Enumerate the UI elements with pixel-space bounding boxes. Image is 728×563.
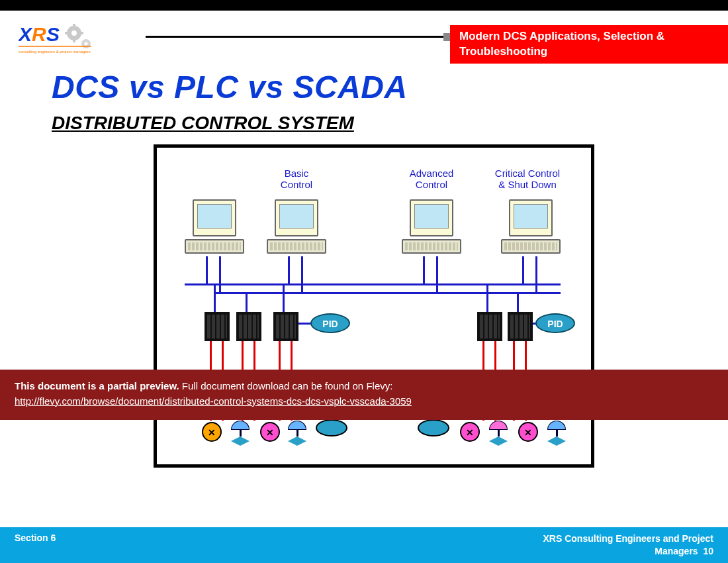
svg-rect-5 [73, 24, 75, 28]
drop-line [535, 256, 537, 292]
svg-text:S: S [46, 23, 60, 45]
footer-page-number: 10 [703, 546, 713, 556]
controller-module-icon [236, 312, 261, 341]
drop-line [486, 283, 488, 312]
svg-text:R: R [32, 23, 46, 45]
diagram-label-basic: BasicControl [267, 168, 326, 191]
footer-org: XRS Consulting Engineers and Project Man… [543, 533, 713, 558]
sensor-icon [260, 422, 280, 442]
top-black-bar [0, 0, 728, 11]
diagram-label-critical: Critical Control& Shut Down [481, 168, 574, 191]
sensor-icon [202, 422, 222, 442]
footer-section-label: Section 6 [15, 533, 56, 543]
footer-org-line1: XRS Consulting Engineers and Project [543, 533, 713, 544]
xrs-logo: X R S consulting engineers & project man… [19, 23, 108, 59]
drop-line [246, 292, 248, 312]
pid-block: PID [535, 313, 575, 333]
preview-banner-rest: Full document download can be found on F… [179, 380, 393, 391]
svg-point-10 [85, 42, 88, 46]
workstation-icon [402, 199, 461, 256]
valve-icon [231, 421, 250, 446]
svg-text:consulting engineers & project: consulting engineers & project managers [19, 50, 91, 54]
valve-icon [288, 421, 306, 446]
controller-module-icon [477, 312, 502, 341]
network-bus-line [185, 283, 561, 285]
controller-module-icon [508, 312, 533, 341]
drop-line [436, 256, 438, 292]
drop-line [214, 283, 216, 312]
valve-icon [489, 421, 508, 446]
slide-subtitle: DISTRIBUTED CONTROL SYSTEM [52, 113, 354, 134]
pid-field-icon [316, 419, 347, 436]
valve-icon [547, 421, 566, 446]
sensor-icon [460, 422, 480, 442]
slide-title: DCS vs PLC vs SCADA [52, 69, 408, 105]
drop-line [522, 256, 524, 283]
drop-line [517, 292, 519, 312]
course-title-text: Modern DCS Applications, Selection & Tro… [459, 30, 664, 58]
preview-banner-bold: This document is a partial preview. [15, 380, 179, 391]
drop-line [288, 256, 290, 283]
svg-point-4 [71, 30, 77, 36]
course-title-banner: Modern DCS Applications, Selection & Tro… [450, 25, 728, 64]
controller-module-icon [273, 312, 298, 341]
diagram-label-advanced: AdvancedControl [402, 168, 461, 191]
pid-field-icon [418, 419, 449, 436]
drop-line [423, 256, 425, 283]
workstation-icon [185, 199, 244, 256]
controller-module-icon [205, 312, 230, 341]
footer-org-line2: Managers [655, 546, 698, 556]
svg-rect-8 [79, 32, 83, 34]
network-bus-line [214, 292, 561, 294]
svg-text:X: X [19, 23, 33, 45]
drop-line [301, 256, 303, 292]
connector-line [298, 323, 312, 325]
workstation-icon [501, 199, 561, 256]
preview-banner-link[interactable]: http://flevy.com/browse/document/distrib… [15, 395, 412, 407]
pid-block: PID [310, 313, 350, 333]
svg-rect-6 [73, 38, 75, 42]
svg-rect-7 [65, 32, 69, 34]
sensor-icon [518, 422, 538, 442]
drop-line [206, 256, 208, 283]
drop-line [283, 283, 285, 312]
footer: Section 6 XRS Consulting Engineers and P… [0, 527, 728, 563]
preview-banner: This document is a partial preview. Full… [0, 370, 728, 420]
drop-line [219, 256, 221, 292]
workstation-icon [267, 199, 326, 256]
header: X R S consulting engineers & project man… [0, 11, 728, 69]
